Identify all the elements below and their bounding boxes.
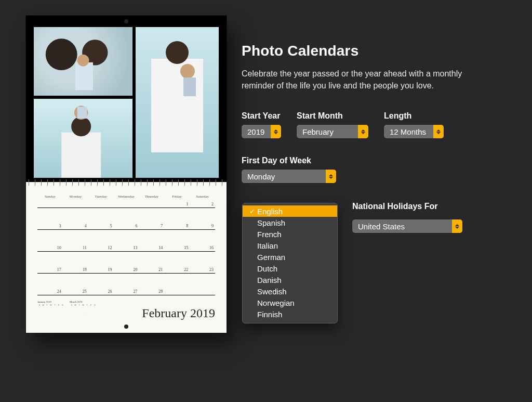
calendar-cell: 8 [164,208,190,230]
day-number: 11 [83,245,87,250]
field-length: Length 12 Months [384,111,444,138]
mini-day [41,317,45,319]
calendar-cell: 22 [164,252,190,274]
photo-top-left [34,27,132,96]
mini-day: · [89,317,92,319]
calendar-cell: 15 [164,230,190,252]
day-number: 10 [57,245,61,250]
svg-rect-7 [183,77,196,96]
svg-point-5 [166,41,189,64]
label-start-year: Start Year [242,111,281,121]
day-number: 16 [209,245,214,250]
first-day-select[interactable]: Monday [242,170,336,183]
day-number: 24 [57,289,61,294]
language-option-label: Danish [256,276,282,284]
mini-day [70,317,73,319]
language-option-label: Dutch [256,264,277,273]
day-number: 27 [133,289,137,294]
month-label: February 2019 [142,306,215,320]
language-option[interactable]: Swedish [243,286,337,297]
mini-day [73,317,77,319]
label-national-holidays: National Holidays For [352,202,462,211]
mini-calendar-prev: January 2019 SMTWTFS············ [37,301,64,319]
stepper-icon [452,219,462,233]
language-menu[interactable]: ✓EnglishSpanishFrenchItalianGermanDutchD… [242,203,338,323]
language-option-label: English [256,207,283,216]
calendar-cell: 26 [88,274,114,295]
binding-hole [124,325,128,329]
photo-bottom-left [34,99,132,178]
day-number: 1 [186,202,188,206]
language-option[interactable]: ✓English [243,205,337,217]
photo-right [136,27,219,178]
svg-rect-2 [75,62,93,90]
calendar-cell: 2 [190,201,215,208]
day-number: 25 [83,289,87,294]
calendar-cell: 27 [114,274,139,295]
calendar-cell [37,201,63,208]
language-option[interactable]: German [243,251,337,263]
calendar-cell [114,201,139,208]
label-length: Length [384,111,444,121]
language-option[interactable]: Norwegian [243,297,337,308]
mini-grid: SMTWTFS············ [70,304,97,319]
stepper-icon [271,125,281,138]
calendar-cell [139,201,164,208]
mini-day [61,317,64,319]
month-grid: 1234567891011121314151617181920212223242… [37,201,215,295]
mini-day: · [77,317,81,319]
calendar-cell: 7 [139,208,164,230]
binding-hole [124,19,128,23]
length-value: 12 Months [384,125,433,138]
day-number: 12 [108,245,112,250]
day-number: 17 [57,267,61,272]
national-holidays-select[interactable]: United States [352,219,462,233]
language-option[interactable]: Danish [243,274,337,286]
calendar-cell: 3 [37,208,63,230]
page-subtitle: Celebrate the year passed or the year ah… [242,68,491,92]
calendar-cell [88,201,114,208]
calendar-cell: 13 [114,230,139,252]
calendar-cell: 16 [190,230,215,252]
start-year-select[interactable]: 2019 [242,125,281,138]
stepper-icon [433,125,444,138]
calendar-cell: 18 [63,252,88,274]
row-year-month-length: Start Year 2019 Start Month February [242,111,511,138]
start-month-select[interactable]: February [297,125,368,138]
day-number: 2 [211,202,214,206]
language-option[interactable]: French [243,228,337,240]
mini-day [49,317,52,319]
calendar-cell: 14 [139,230,164,252]
row-first-day: First Day of Week Monday [242,156,511,183]
field-start-year: Start Year 2019 [242,111,281,138]
language-option[interactable]: Finnish [243,308,337,320]
calendar-cell: 11 [63,230,88,252]
language-option-label: German [256,253,285,262]
language-option[interactable]: Spanish [243,217,337,228]
calendar-preview: Sunday Monday Tuesday Wednesday Thursday… [26,16,227,333]
mini-day [37,317,41,319]
stepper-icon [326,170,336,183]
calendar-cell: 5 [88,208,114,230]
day-number: 14 [158,245,163,250]
language-option[interactable]: Italian [243,240,337,251]
calendar-cell: 17 [37,252,63,274]
language-option-label: Finnish [256,310,282,319]
calendar-cell [164,274,190,295]
language-option-label: Italian [256,241,278,250]
svg-rect-4 [151,59,203,152]
day-number: 3 [59,224,61,228]
national-holidays-value: United States [352,219,452,233]
day-number: 6 [135,224,137,228]
day-number: 13 [133,245,137,250]
first-day-value: Monday [242,170,326,183]
weekday-header: Sunday Monday Tuesday Wednesday Thursday… [37,194,215,199]
day-number: 21 [158,267,163,272]
length-select[interactable]: 12 Months [384,125,444,138]
calendar-cell: 21 [139,252,164,274]
weekday: Thursday [139,194,164,199]
weekday: Friday [164,194,190,199]
calendar-cell: 10 [37,230,63,252]
page-title: Photo Calendars [242,43,511,59]
language-option[interactable]: Dutch [243,263,337,274]
